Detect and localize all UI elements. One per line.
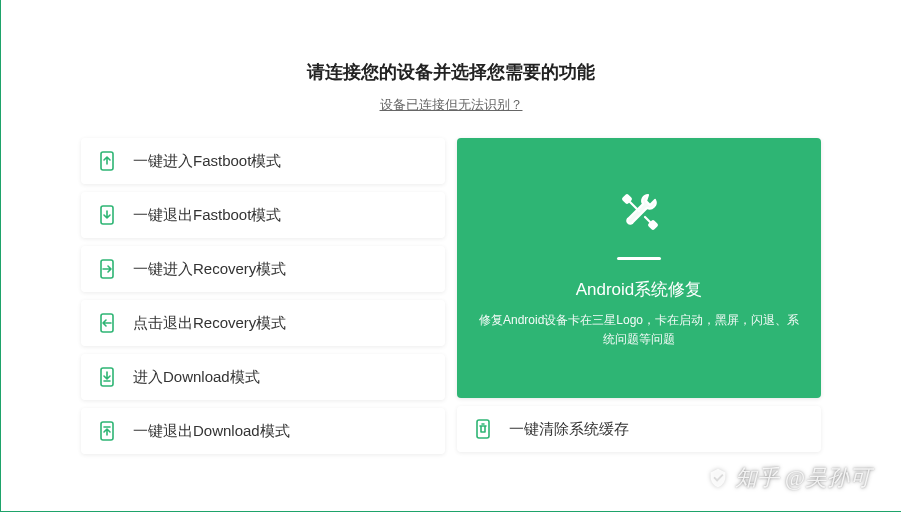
phone-arrow-in-icon [97, 259, 117, 279]
android-system-repair-card[interactable]: Android系统修复 修复Android设备卡在三星Logo，卡在启动，黑屏，… [457, 138, 821, 398]
svg-rect-10 [477, 420, 489, 438]
mode-card-left-5[interactable]: 一键退出Download模式 [81, 408, 445, 454]
mode-label: 一键退出Download模式 [133, 422, 290, 441]
mode-card-left-1[interactable]: 一键退出Fastboot模式 [81, 192, 445, 238]
phone-trash-icon [473, 419, 493, 439]
watermark: 知乎 @吴孙可 [707, 463, 871, 493]
zhihu-text: 知乎 [735, 463, 779, 493]
mode-label: 一键进入Fastboot模式 [133, 152, 281, 171]
svg-line-6 [629, 201, 639, 211]
mode-card-left-3[interactable]: 点击退出Recovery模式 [81, 300, 445, 346]
mode-card-right-0[interactable]: 一键清除系统缓存 [457, 406, 821, 452]
phone-download-icon [97, 367, 117, 387]
mode-label: 进入Download模式 [133, 368, 260, 387]
phone-arrow-down-icon [97, 205, 117, 225]
mode-card-left-2[interactable]: 一键进入Recovery模式 [81, 246, 445, 292]
phone-exit-download-icon [97, 421, 117, 441]
phone-arrow-up-icon [97, 151, 117, 171]
mode-label: 一键进入Recovery模式 [133, 260, 286, 279]
mode-label: 点击退出Recovery模式 [133, 314, 286, 333]
divider [617, 257, 661, 260]
mode-card-left-4[interactable]: 进入Download模式 [81, 354, 445, 400]
page-title: 请连接您的设备并选择您需要的功能 [1, 60, 901, 84]
tools-icon [615, 187, 663, 235]
featured-title: Android系统修复 [576, 278, 703, 301]
mode-label: 一键清除系统缓存 [509, 420, 629, 439]
featured-desc: 修复Android设备卡在三星Logo，卡在启动，黑屏，闪退、系统问题等问题 [477, 311, 801, 349]
mode-card-left-0[interactable]: 一键进入Fastboot模式 [81, 138, 445, 184]
phone-arrow-out-icon [97, 313, 117, 333]
mode-label: 一键退出Fastboot模式 [133, 206, 281, 225]
device-unrecognized-link[interactable]: 设备已连接但无法识别？ [380, 96, 523, 114]
